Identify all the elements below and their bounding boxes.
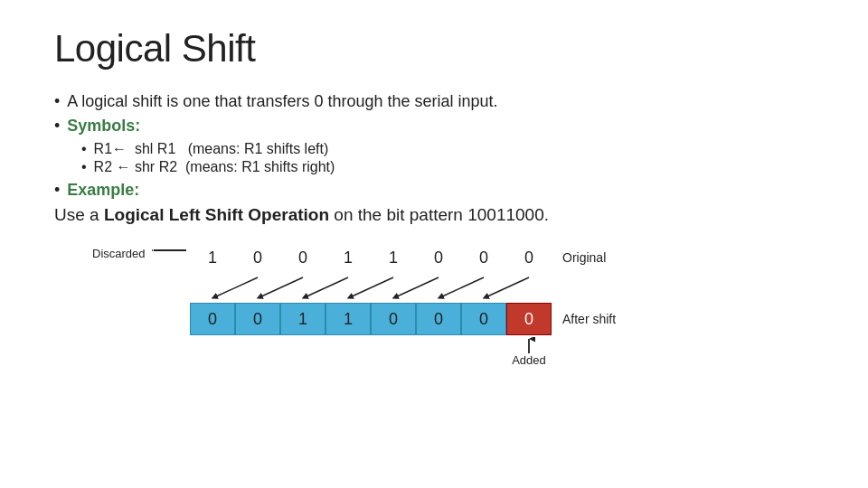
shift-bit-6: 0 bbox=[461, 303, 506, 335]
bullet-dot-1: • bbox=[54, 92, 60, 111]
orig-bit-3: 1 bbox=[326, 241, 371, 274]
shift-bits: 0 0 1 1 0 0 0 0 bbox=[190, 303, 552, 335]
symbol-code-1: R1← shl R1 bbox=[94, 141, 188, 157]
added-label: Added bbox=[512, 353, 546, 367]
svg-line-5 bbox=[395, 277, 439, 297]
shift-bit-5: 0 bbox=[416, 303, 461, 335]
shift-bit-4: 0 bbox=[371, 303, 416, 335]
bullet-example: • Example: bbox=[54, 181, 814, 200]
shift-bit-2: 1 bbox=[280, 303, 326, 335]
bullet-text-1: A logical shift is one that transfers 0 … bbox=[67, 92, 497, 111]
orig-bit-6: 0 bbox=[461, 241, 506, 274]
shift-arrows-icon bbox=[190, 276, 552, 301]
after-shift-label: After shift bbox=[562, 312, 616, 326]
symbol-code-2: R2 ← shr R2 bbox=[94, 159, 185, 175]
symbol-desc-2: (means: R1 shifts right) bbox=[185, 159, 335, 175]
example-text: Use a Logical Left Shift Operation on th… bbox=[54, 205, 814, 225]
shift-bit-7: 0 bbox=[506, 303, 552, 335]
bullet-symbols: • Symbols: bbox=[54, 117, 814, 136]
original-label: Original bbox=[562, 250, 606, 265]
page-title: Logical Shift bbox=[54, 27, 814, 70]
symbol-dot-2: • bbox=[81, 159, 87, 175]
symbols-section: • R1← shl R1 (means: R1 shifts left) • R… bbox=[81, 141, 814, 175]
orig-bit-0: 1 bbox=[190, 241, 235, 274]
svg-line-2 bbox=[259, 277, 303, 297]
shift-bit-1: 0 bbox=[235, 303, 280, 335]
shift-row: 0 0 1 1 0 0 0 0 After shift bbox=[190, 303, 778, 335]
bullet-dot-symbols: • bbox=[54, 117, 60, 136]
example-heading: Example: bbox=[67, 181, 139, 200]
svg-line-3 bbox=[305, 277, 348, 297]
example-text-post: on the bit pattern 10011000. bbox=[329, 205, 549, 224]
orig-bit-5: 0 bbox=[416, 241, 461, 274]
svg-line-6 bbox=[440, 277, 484, 297]
bullet-dot-example: • bbox=[54, 181, 60, 200]
page: Logical Shift • A logical shift is one t… bbox=[0, 0, 868, 385]
svg-line-7 bbox=[486, 277, 529, 297]
svg-line-4 bbox=[350, 277, 393, 297]
example-text-pre: Use a bbox=[54, 205, 104, 224]
discard-arrow-icon bbox=[152, 243, 186, 258]
orig-bit-1: 0 bbox=[235, 241, 280, 274]
orig-bits: 1 0 0 1 1 0 0 0 bbox=[190, 241, 552, 274]
symbol-line-2: • R2 ← shr R2 (means: R1 shifts right) bbox=[81, 159, 814, 175]
added-arrow-icon bbox=[523, 337, 535, 353]
shift-bit-0: 0 bbox=[190, 303, 235, 335]
svg-line-1 bbox=[214, 277, 258, 297]
shift-bit-3: 1 bbox=[326, 303, 371, 335]
original-row: Discarded 1 0 0 1 1 0 0 0 Origin bbox=[190, 241, 778, 274]
arrows-row bbox=[190, 276, 778, 301]
symbol-desc-1: (means: R1 shifts left) bbox=[188, 141, 329, 157]
example-bold: Logical Left Shift Operation bbox=[104, 205, 329, 224]
orig-bit-4: 1 bbox=[371, 241, 416, 274]
bullet-1: • A logical shift is one that transfers … bbox=[54, 92, 814, 111]
orig-bit-2: 0 bbox=[280, 241, 326, 274]
diagram: Discarded 1 0 0 1 1 0 0 0 Origin bbox=[90, 241, 778, 367]
orig-bit-7: 0 bbox=[506, 241, 552, 274]
discarded-label: Discarded bbox=[92, 243, 186, 260]
symbol-dot-1: • bbox=[81, 141, 87, 157]
added-spacer bbox=[190, 337, 506, 367]
added-cell: Added bbox=[506, 337, 552, 367]
added-row: Added bbox=[190, 337, 778, 367]
symbols-heading: Symbols: bbox=[67, 117, 140, 136]
symbol-line-1: • R1← shl R1 (means: R1 shifts left) bbox=[81, 141, 814, 157]
